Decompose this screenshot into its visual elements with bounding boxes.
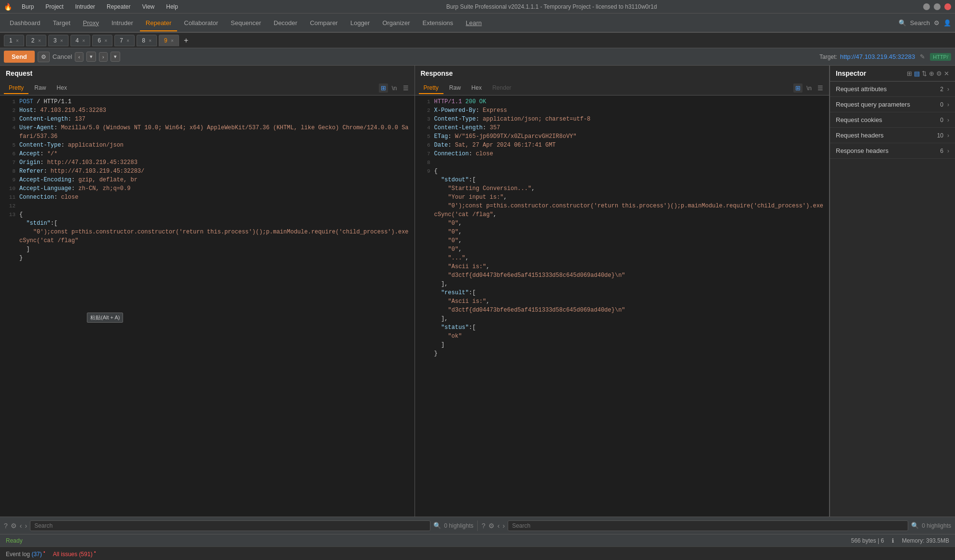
menu-help[interactable]: Help [164, 2, 180, 11]
response-tab-hex[interactable]: Hex [467, 82, 486, 94]
request-search-settings-icon[interactable]: ⚙ [11, 522, 17, 530]
menu-intruder[interactable]: Intruder [73, 2, 97, 11]
response-content[interactable]: 1HTTP/1.1 200 OK 2X-Powered-By: Express … [415, 96, 830, 517]
nav-tab-decoder[interactable]: Decoder [268, 15, 303, 31]
response-tab-render[interactable]: Render [487, 82, 516, 94]
request-search-back-icon[interactable]: ‹ [20, 522, 22, 530]
nav-search: 🔍 Search ⚙ 👤 [899, 19, 951, 27]
response-line-4: 4Content-Length: 357 [415, 123, 830, 132]
nav-tab-learn[interactable]: Learn [460, 15, 487, 31]
chevron-down-icon-5: › [947, 148, 949, 154]
rep-tab-3[interactable]: 3 × [48, 35, 69, 46]
menu-burp[interactable]: Burp [20, 2, 36, 11]
response-tab-pretty[interactable]: Pretty [419, 82, 443, 94]
status-bytes: 566 bytes | 6 [851, 537, 884, 544]
send-options-button[interactable]: ⚙ [38, 52, 50, 62]
settings-icon[interactable]: ⚙ [934, 19, 940, 27]
forward-button[interactable]: › [99, 52, 108, 62]
response-tab-icons: ⊞ \n ☰ [793, 83, 825, 93]
menu-repeater[interactable]: Repeater [105, 2, 132, 11]
edit-target-icon[interactable]: ✎ [920, 53, 925, 60]
back-button[interactable]: ‹ [75, 52, 83, 62]
rep-tab-1[interactable]: 1 × [4, 35, 24, 46]
rep-tab-4[interactable]: 4 × [70, 35, 91, 46]
nav-tab-proxy[interactable]: Proxy [77, 15, 105, 31]
nav-search-label[interactable]: Search [910, 19, 930, 27]
rep-tab-6[interactable]: 6 × [92, 35, 112, 46]
response-line-25: ], [415, 314, 830, 323]
send-button[interactable]: Send [4, 51, 35, 63]
forward-dropdown-button[interactable]: ▾ [111, 52, 120, 62]
event-log-label[interactable]: Event log (37) • [6, 549, 45, 558]
nav-tab-sequencer[interactable]: Sequencer [225, 15, 267, 31]
response-line-27: "ok" [415, 332, 830, 341]
minimize-button[interactable] [923, 3, 930, 10]
response-search-back-icon[interactable]: ‹ [498, 522, 500, 530]
http-badge: HTTP/ [930, 53, 951, 61]
response-view-wrap-icon[interactable]: \n [804, 83, 814, 93]
close-button[interactable] [944, 3, 951, 10]
request-content[interactable]: 1POST / HTTP/1.1 2Host: 47.103.219.45:32… [0, 96, 415, 517]
nav-tab-organizer[interactable]: Organizer [376, 15, 415, 31]
nav-tab-collaborator[interactable]: Collaborator [178, 15, 224, 31]
nav-tab-extensions[interactable]: Extensions [417, 15, 459, 31]
inspector-request-attributes[interactable]: Request attributes 2 › [830, 82, 955, 97]
nav-dropdown-button[interactable]: ▾ [86, 52, 96, 62]
request-line-17: } [0, 254, 415, 262]
inspector-table-icon[interactable]: ▤ [914, 70, 920, 77]
response-search-input[interactable] [508, 520, 908, 531]
response-tab-raw[interactable]: Raw [444, 82, 466, 94]
inspector-section-label-cookies: Request cookies [836, 116, 940, 123]
nav-tab-repeater[interactable]: Repeater [140, 15, 177, 31]
cancel-button[interactable]: Cancel [53, 53, 72, 60]
request-search-input[interactable] [30, 520, 430, 531]
request-search-forward-icon[interactable]: › [25, 522, 27, 530]
response-panel: Response Pretty Raw Hex Render ⊞ \n ☰ 1H… [415, 66, 830, 517]
request-tab-pretty[interactable]: Pretty [4, 82, 28, 94]
inspector-close-icon[interactable]: ✕ [944, 70, 949, 77]
menu-view[interactable]: View [140, 2, 156, 11]
response-view-menu-icon[interactable]: ☰ [816, 83, 825, 93]
request-line-9: 9Accept-Encoding: gzip, deflate, br [0, 176, 415, 184]
inspector-settings-icon[interactable]: ⚙ [936, 70, 942, 77]
response-search-settings-icon[interactable]: ⚙ [488, 522, 495, 530]
request-tab-raw[interactable]: Raw [29, 82, 51, 94]
rep-tab-9[interactable]: 9 × [159, 35, 179, 46]
nav-tab-target[interactable]: Target [47, 15, 76, 31]
response-search-help-icon[interactable]: ? [482, 522, 485, 530]
response-search-bar: ? ⚙ ‹ › 🔍 0 highlights [478, 520, 955, 531]
inspector-response-headers[interactable]: Response headers 6 › [830, 143, 955, 159]
response-search-forward-icon[interactable]: › [502, 522, 505, 530]
inspector-expand-icon[interactable]: ⊕ [929, 70, 934, 77]
rep-tab-8[interactable]: 8 × [137, 35, 157, 46]
rep-tab-2[interactable]: 2 × [26, 35, 46, 46]
nav-tab-logger[interactable]: Logger [345, 15, 375, 31]
nav-tab-comparer[interactable]: Comparer [304, 15, 344, 31]
inspector-section-count-cookies: 0 [940, 117, 943, 123]
inspector-request-query-params[interactable]: Request query parameters 0 › [830, 97, 955, 112]
repeater-tabs: 1 × 2 × 3 × 4 × 6 × 7 × 8 × 9 × + [0, 33, 955, 48]
request-view-wrap-icon[interactable]: \n [390, 83, 399, 93]
menu-project[interactable]: Project [43, 2, 65, 11]
request-search-help-icon[interactable]: ? [4, 522, 8, 530]
all-issues[interactable]: All issues (591) • [53, 549, 96, 558]
inspector-sort-icon[interactable]: ⇅ [922, 70, 927, 77]
search-icon: 🔍 [899, 19, 906, 27]
request-line-15: "0');const p=this.constructor.constructo… [0, 228, 415, 245]
request-tab-hex[interactable]: Hex [52, 82, 71, 94]
request-view-menu-icon[interactable]: ☰ [401, 83, 411, 93]
maximize-button[interactable] [934, 3, 941, 10]
response-line-13: "0');const p=this.constructor.constructo… [415, 202, 830, 219]
inspector-request-headers[interactable]: Request headers 10 › [830, 128, 955, 143]
inspector-section-label-query: Request query parameters [836, 101, 940, 108]
nav-tab-intruder[interactable]: Intruder [106, 15, 139, 31]
nav-tab-dashboard[interactable]: Dashboard [4, 15, 46, 31]
user-icon[interactable]: 👤 [943, 19, 951, 27]
inspector-request-cookies[interactable]: Request cookies 0 › [830, 112, 955, 128]
request-view-split-icon[interactable]: ⊞ [379, 83, 388, 93]
add-tab-button[interactable]: + [181, 35, 191, 46]
response-view-split-icon[interactable]: ⊞ [793, 83, 803, 93]
inspector-grid-icon[interactable]: ⊞ [907, 70, 912, 77]
rep-tab-7[interactable]: 7 × [114, 35, 135, 46]
request-line-11: 11Connection: close [0, 193, 415, 202]
